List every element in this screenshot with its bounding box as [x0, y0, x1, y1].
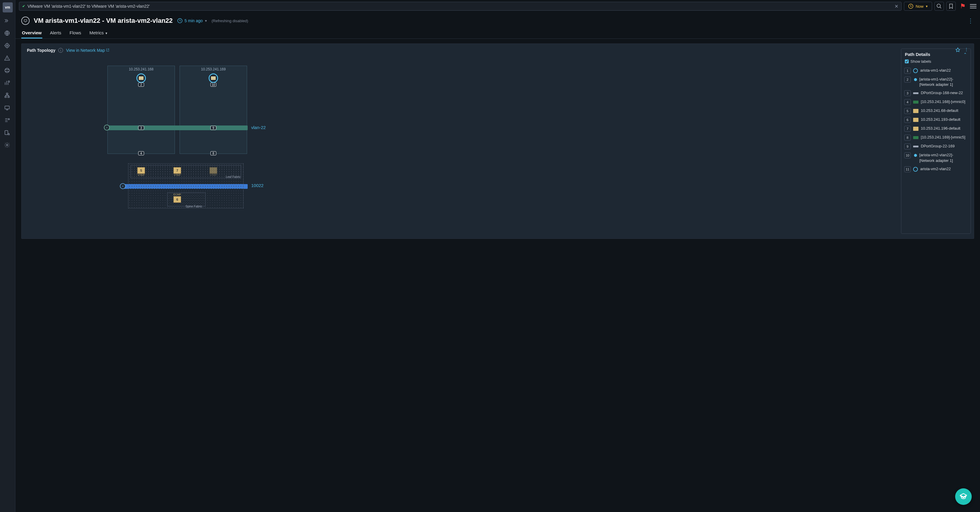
expand-icon[interactable] — [4, 18, 11, 25]
path-item-num: 11 — [904, 166, 911, 172]
vtep-lbl-3: VTEP — [210, 173, 217, 176]
path-item-label: DPortGroup-168-new-22 — [921, 90, 963, 95]
topo-node-11[interactable] — [208, 73, 218, 83]
network-icon[interactable] — [4, 92, 11, 99]
search-db-icon[interactable] — [4, 130, 11, 137]
tab-flows[interactable]: Flows — [69, 28, 82, 38]
path-item[interactable]: 9DPortGroup-22-169 — [904, 143, 967, 149]
tab-alerts[interactable]: Alerts — [49, 28, 62, 38]
svg-point-11 — [6, 145, 8, 146]
path-item-num: 2 — [904, 77, 911, 83]
panel-header: Path Topology i View in Network Map ⋮ — [22, 44, 974, 57]
info-icon[interactable]: i — [58, 48, 63, 52]
vtep-lbl-1: VTEP — [138, 173, 145, 176]
path-item[interactable]: 1arista-vm1-vlan22 — [904, 68, 967, 74]
search-button[interactable] — [934, 2, 944, 11]
page-header: VM arista-vm1-vlan22 - VM arista-vm2-vla… — [15, 13, 980, 25]
settings-icon[interactable] — [4, 142, 11, 149]
path-item-num: 1 — [904, 68, 911, 74]
topo-node-4[interactable]: 4 — [138, 151, 144, 155]
svg-point-2 — [6, 45, 8, 46]
path-item-label: DPortGroup-22-169 — [921, 143, 955, 149]
vtep-lbl-2: VTEP — [174, 173, 181, 176]
path-item-type-icon — [913, 136, 918, 139]
topo-node-5[interactable]: 5 — [137, 167, 145, 174]
path-item-type-icon — [913, 127, 918, 131]
path-item-label: 10.253.241.68-default — [921, 108, 958, 113]
pin-list-icon[interactable] — [4, 117, 11, 124]
leaf-inner — [130, 165, 241, 178]
path-item-label: arista-vm1-vlan22 — [920, 68, 951, 73]
path-item-label: arista-vm2-vlan22 — [920, 166, 951, 172]
desktop-icon[interactable] — [4, 105, 11, 112]
menu-icon[interactable] — [970, 4, 977, 8]
host2-label: 10.253.241.169 — [201, 67, 226, 72]
ecmp-lbl: ECMP — [173, 193, 181, 196]
bookmark-button[interactable] — [946, 2, 956, 11]
search-input[interactable]: ✔ VMware VM 'arista-vm1-vlan22' to VMwar… — [19, 2, 902, 11]
world-icon[interactable] — [4, 67, 11, 75]
path-item-type-icon — [913, 109, 918, 113]
svg-rect-5 — [6, 93, 8, 94]
target-icon[interactable] — [4, 43, 11, 50]
time-now-button[interactable]: Now ▼ — [904, 2, 932, 11]
topology-canvas[interactable]: 10.253.241.168 10.253.241.169 ≡ vlan-22 … — [22, 57, 901, 239]
svg-point-3 — [5, 68, 9, 73]
path-item[interactable]: 3DPortGroup-168-new-22 — [904, 90, 967, 96]
analytics-icon[interactable] — [4, 80, 11, 87]
topo-node-10[interactable]: 10 — [210, 83, 216, 87]
search-text: VMware VM 'arista-vm1-vlan22' to VMware … — [27, 4, 150, 9]
path-item[interactable]: 510.253.241.68-default — [904, 108, 967, 114]
flag-icon[interactable]: ⚑ — [958, 2, 967, 11]
spine-label: Spine Fabric — [186, 205, 202, 208]
show-labels-checkbox[interactable]: Show labels — [901, 59, 970, 67]
topo-node-3[interactable]: 3 — [138, 126, 144, 130]
topo-node-2[interactable]: 2 — [138, 83, 144, 87]
path-item[interactable]: 11arista-vm2-vlan22 — [904, 166, 967, 172]
time-range-selector[interactable]: 5 min ago ▼ — [177, 18, 207, 24]
sidebar: vm — [0, 0, 15, 512]
path-item-num: 3 — [904, 90, 911, 96]
topo-node-extra — [210, 167, 217, 174]
path-item-num: 10 — [904, 153, 911, 158]
view-network-map-link[interactable]: View in Network Map — [66, 48, 110, 52]
svg-rect-14 — [24, 20, 27, 22]
clear-search-icon[interactable]: ✕ — [894, 3, 898, 9]
tab-metrics[interactable]: Metrics▼ — [89, 28, 108, 38]
help-fab[interactable] — [955, 488, 972, 505]
vlan-lower-icon: ≡ — [120, 183, 126, 189]
path-item-type-icon — [913, 167, 918, 172]
more-actions-icon[interactable]: ⋮ — [967, 17, 974, 24]
path-item-label: 10.253.241.196-default — [921, 126, 961, 131]
topbar: ✔ VMware VM 'arista-vm1-vlan22' to VMwar… — [15, 0, 980, 13]
path-item[interactable]: 2[arista-vm1-vlan22]-[Network adapter 1] — [904, 77, 967, 87]
path-item[interactable]: 10[arista-vm2-vlan22]-[Network adapter 1… — [904, 153, 967, 163]
now-label: Now — [915, 4, 923, 9]
tab-overview[interactable]: Overview — [21, 28, 42, 38]
brand-logo: vm — [3, 2, 13, 13]
topo-node-9[interactable]: 9 — [210, 126, 216, 130]
topology-panel: Path Topology i View in Network Map ⋮ — [21, 43, 974, 239]
topo-node-7[interactable]: 7 — [173, 167, 181, 174]
path-item-type-icon — [913, 118, 918, 122]
topo-node-1[interactable] — [137, 73, 146, 83]
path-item-type-icon — [913, 68, 918, 73]
globe-icon[interactable] — [4, 30, 11, 37]
show-labels-input[interactable] — [905, 59, 909, 63]
path-item[interactable]: 710.253.241.196-default — [904, 126, 967, 132]
path-item-num: 4 — [904, 99, 911, 105]
svg-point-4 — [8, 81, 10, 82]
path-item[interactable]: 8[10.253.241.169]-[vmnic5] — [904, 135, 967, 141]
path-item[interactable]: 610.253.241.193-default — [904, 117, 967, 123]
path-item[interactable]: 4[10.253.241.168]-[vmnic0] — [904, 99, 967, 105]
path-item-num: 6 — [904, 117, 911, 123]
alert-icon[interactable] — [4, 55, 11, 62]
svg-rect-9 — [5, 130, 8, 134]
topo-node-6[interactable]: 6 — [173, 196, 181, 203]
pin-icon[interactable] — [955, 47, 961, 54]
path-item-label: [arista-vm1-vlan22]-[Network adapter 1] — [920, 77, 967, 87]
path-item-num: 8 — [904, 135, 911, 141]
panel-more-icon[interactable]: ⋮ — [964, 47, 969, 54]
topo-node-8[interactable]: 8 — [210, 151, 216, 155]
svg-point-1 — [5, 43, 9, 47]
